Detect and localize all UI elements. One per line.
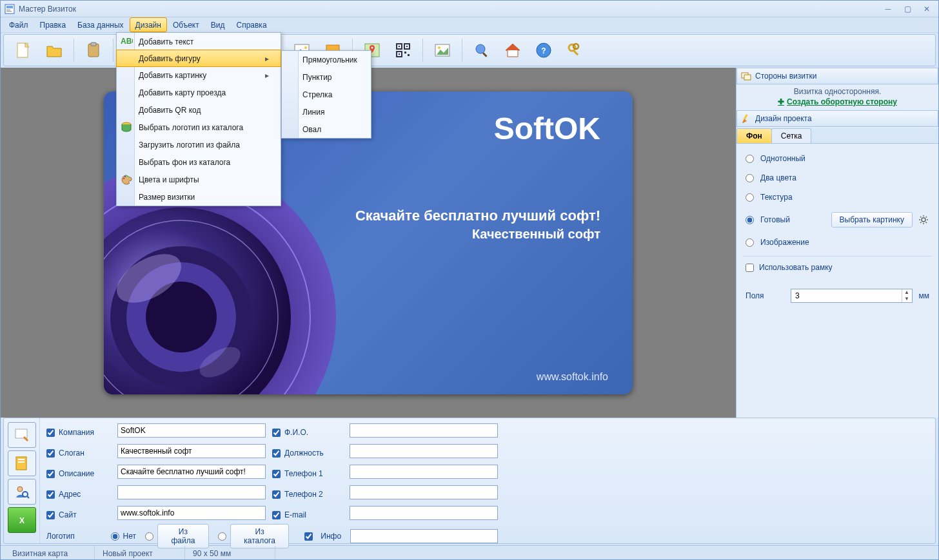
label-info[interactable]: Инфо [304, 532, 341, 541]
radio-twocolor[interactable] [746, 174, 754, 182]
menu-item-label: Добавить QR код [139, 106, 201, 115]
tool-home[interactable] [499, 37, 527, 64]
menu-logo-file[interactable]: Загрузить логотип из файла [117, 136, 281, 153]
input-info[interactable] [350, 529, 498, 543]
tab-grid[interactable]: Сетка [771, 128, 812, 143]
check-site[interactable] [46, 511, 55, 519]
label-position[interactable]: Должность [272, 444, 343, 462]
check-email[interactable] [272, 511, 281, 519]
check-position[interactable] [272, 449, 281, 458]
input-desc[interactable] [117, 465, 266, 479]
tool-paste[interactable] [79, 37, 108, 64]
menu-add-shape[interactable]: Добавить фигуру ▸ [116, 50, 281, 67]
label-phone1[interactable]: Телефон 1 [272, 465, 343, 483]
input-fio[interactable] [350, 423, 498, 438]
tool-keys[interactable] [560, 37, 589, 64]
tool-preview[interactable] [468, 37, 496, 64]
menu-edit[interactable]: Правка [34, 17, 72, 32]
radio-texture[interactable] [746, 193, 754, 202]
checkbox-use-frame[interactable] [746, 264, 754, 272]
svg-line-60 [926, 217, 927, 218]
radio-logo-catalog[interactable] [218, 532, 226, 541]
tool-add-qr[interactable] [389, 37, 417, 64]
input-email[interactable] [350, 506, 498, 520]
choose-image-button[interactable]: Выбрать картинку [831, 212, 913, 227]
menu-logo-catalog[interactable]: Выбрать логотип из каталога [117, 119, 281, 136]
btn-logo-file[interactable]: Из файла [157, 524, 209, 548]
menu-bg-catalog[interactable]: Выбрать фон из каталога [117, 153, 281, 171]
card-props-icon[interactable] [8, 422, 36, 448]
check-fio[interactable] [272, 429, 281, 437]
label-fio[interactable]: Ф.И.О. [272, 423, 343, 441]
margins-input[interactable] [791, 291, 902, 300]
menu-design[interactable]: Дизайн [130, 17, 167, 32]
input-phone2[interactable] [350, 485, 498, 499]
tool-background[interactable] [428, 37, 457, 64]
tool-open[interactable] [40, 37, 68, 64]
svg-point-11 [304, 46, 307, 49]
menu-help[interactable]: Справка [230, 17, 272, 32]
label-slogan[interactable]: Слоган [46, 444, 111, 462]
input-position[interactable] [350, 444, 498, 458]
radio-preset[interactable] [746, 216, 754, 224]
tab-background[interactable]: Фон [736, 128, 772, 143]
bottom-panel: X Компания Ф.И.О. Слоган Должность Описа… [3, 418, 936, 544]
menu-file[interactable]: Файл [3, 17, 34, 32]
label-site[interactable]: Сайт [46, 506, 111, 524]
label-email[interactable]: E-mail [272, 506, 343, 524]
input-address[interactable] [117, 485, 266, 499]
check-address[interactable] [46, 490, 55, 499]
create-back-side-link[interactable]: ✚ Создать оборотную сторону [736, 97, 938, 110]
label-desc[interactable]: Описание [46, 465, 111, 483]
check-info[interactable] [304, 532, 313, 541]
gear-icon[interactable] [918, 214, 929, 226]
svg-line-58 [926, 222, 927, 224]
menu-object[interactable]: Объект [167, 17, 205, 32]
label-company[interactable]: Компания [46, 423, 111, 441]
menu-add-text[interactable]: ABC Добавить текст [117, 33, 281, 50]
minimize-button[interactable]: ─ [880, 4, 896, 14]
input-company[interactable] [117, 423, 266, 438]
menu-add-image[interactable]: Добавить картинку ▸ [117, 66, 281, 84]
radio-logo-file[interactable] [145, 532, 153, 541]
close-button[interactable]: ✕ [919, 4, 934, 14]
right-panel: Стороны визитки Визитка односторонняя. ✚… [736, 68, 938, 418]
contacts-icon[interactable] [8, 450, 36, 476]
excel-icon[interactable]: X [8, 507, 36, 533]
input-site[interactable] [117, 506, 266, 520]
menu-database[interactable]: База данных [72, 17, 129, 32]
label-phone2[interactable]: Телефон 2 [272, 485, 343, 503]
maximize-button[interactable]: ▢ [900, 4, 915, 14]
check-phone2[interactable] [272, 490, 281, 499]
svg-point-25 [438, 46, 440, 49]
check-slogan[interactable] [46, 449, 55, 458]
card-line2[interactable]: Качественный софт [472, 227, 600, 242]
check-desc[interactable] [46, 470, 55, 478]
btn-logo-catalog[interactable]: Из каталога [230, 524, 289, 548]
spin-down[interactable]: ▼ [902, 296, 912, 302]
card-site[interactable]: www.softok.info [537, 371, 608, 383]
tool-new[interactable] [9, 37, 37, 64]
radio-logo-none[interactable] [111, 532, 119, 541]
menu-view[interactable]: Вид [205, 17, 231, 32]
menu-add-map[interactable]: Добавить карту проезда [117, 84, 281, 101]
tool-help[interactable]: ? [529, 37, 558, 64]
check-phone1[interactable] [272, 470, 281, 478]
card-line1[interactable]: Скачайте бесплатно лучший софт! [355, 208, 600, 224]
menu-add-qr[interactable]: Добавить QR код [117, 101, 281, 119]
design-header: Дизайн проекта [736, 110, 938, 127]
radio-image[interactable] [746, 238, 754, 247]
margins-spinner[interactable]: ▲▼ [791, 289, 913, 303]
input-slogan[interactable] [117, 444, 266, 458]
radio-solid[interactable] [746, 155, 754, 163]
design-dropdown: ABC Добавить текст Добавить фигуру ▸ Доб… [116, 32, 281, 206]
menu-card-size[interactable]: Размер визитки [117, 188, 281, 206]
check-company[interactable] [46, 429, 55, 437]
input-phone1[interactable] [350, 465, 498, 479]
spin-up[interactable]: ▲ [902, 289, 912, 296]
person-search-icon[interactable] [8, 479, 36, 505]
card-brand[interactable]: SoftOK [494, 111, 600, 146]
menu-colors-fonts[interactable]: Цвета и шрифты [117, 171, 281, 188]
label-address[interactable]: Адрес [46, 485, 111, 503]
form-grid: Компания Ф.И.О. Слоган Должность Описани… [40, 418, 935, 543]
